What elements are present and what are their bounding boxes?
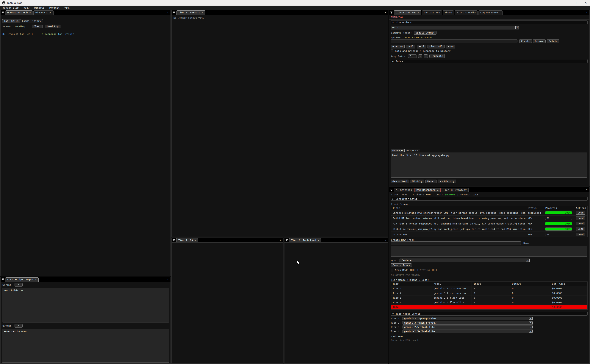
rename-button[interactable]: Rename	[533, 39, 546, 43]
output-expand-button[interactable]: [+]	[14, 324, 23, 328]
keep-pairs-minus-button[interactable]: -	[418, 54, 422, 58]
tab-log-management[interactable]: Log Management	[478, 10, 503, 15]
panel-menu-icon[interactable]	[390, 11, 393, 14]
table-row[interactable]: Fix Tier 3 worker responses not reaching…	[391, 221, 587, 226]
script-expand-button[interactable]: [+]	[14, 283, 23, 287]
panel-close-icon[interactable]: ✕	[280, 239, 282, 241]
minimize-button[interactable]: —	[564, 0, 573, 6]
tab-response[interactable]: Response	[405, 149, 420, 152]
tab-theme[interactable]: Theme	[443, 10, 454, 15]
tab-operations-hub[interactable]: Operations Hub✕	[5, 10, 33, 15]
discussion-select[interactable]: main ▼	[391, 26, 519, 29]
tier2-model-select[interactable]: gemini-3-flash-preview▼	[402, 321, 533, 325]
track-name-input[interactable]	[391, 241, 521, 245]
panel-menu-icon[interactable]	[2, 11, 4, 14]
tab-close-icon[interactable]: ✕	[437, 189, 439, 191]
to-history-button[interactable]: -> History	[438, 180, 456, 183]
md-only-button[interactable]: MD Only	[410, 180, 424, 183]
menu-project[interactable]: Project	[49, 6, 60, 9]
tab-close-icon[interactable]: ✕	[418, 11, 419, 14]
panel-menu-icon[interactable]	[390, 189, 393, 191]
mma-dashboard-panel: AI Settings MMA Dashboard✕ Tier 1: Strat…	[389, 187, 590, 364]
create-track-button[interactable]: Create Track	[391, 263, 412, 267]
panel-close-icon[interactable]: ✕	[385, 11, 386, 14]
menu-view[interactable]: View	[24, 6, 29, 9]
tab-tier4-qa[interactable]: Tier 4: QA✕	[176, 238, 198, 242]
maximize-button[interactable]: ▢	[573, 0, 581, 6]
panel-menu-icon[interactable]	[2, 278, 4, 281]
type-select[interactable]: feature▼	[400, 259, 530, 262]
tab-close-icon[interactable]: ✕	[202, 11, 203, 14]
close-button[interactable]: ✕	[581, 0, 590, 6]
panel-close-icon[interactable]: ✕	[167, 11, 169, 14]
usage-row: Tier 4 gemini-2.5-flash-lite 0 0 $0.0000	[391, 300, 587, 305]
conductor-setup-header[interactable]: ▶ Conductor Setup	[391, 197, 588, 201]
create-button[interactable]: Create	[519, 39, 532, 43]
table-row[interactable]: UX_SIM_TEST NEW 0% Load	[391, 232, 587, 237]
panel-menu-icon[interactable]	[173, 239, 175, 241]
mma-tabbar: AI Settings MMA Dashboard✕ Tier 1: Strat…	[389, 187, 590, 192]
track-description-textarea[interactable]	[391, 246, 587, 257]
expand-all-button[interactable]: +All	[417, 45, 426, 48]
load-button[interactable]: Load	[576, 233, 585, 236]
menu-windows[interactable]: Windows	[34, 6, 44, 9]
tab-context-hub[interactable]: Context Hub	[422, 10, 442, 15]
script-textarea[interactable]: Get-ChildItem	[2, 288, 169, 322]
tab-tool-calls[interactable]: Tool Calls	[2, 19, 20, 23]
tab-close-icon[interactable]: ✕	[29, 11, 31, 14]
tab-tier1-strategy[interactable]: Tier 1: Strategy	[441, 188, 469, 192]
tab-last-script-output[interactable]: Last Script Output✕	[5, 277, 39, 282]
load-button[interactable]: Load	[576, 211, 585, 214]
update-commit-button[interactable]: Update Commit	[414, 31, 436, 35]
tab-close-icon[interactable]: ✕	[318, 239, 319, 242]
autoadd-checkbox[interactable]	[391, 50, 393, 52]
discussions-section-header[interactable]: ▼ Discussions	[391, 20, 588, 24]
gen-send-button[interactable]: Gen + Send	[391, 180, 409, 183]
tier4-model-select[interactable]: gemini-2.5-flash-lite▼	[402, 330, 533, 333]
message-textarea[interactable]: Read the first 10 lines of aggregate.py.	[391, 153, 587, 177]
tab-files-media[interactable]: Files & Media	[455, 10, 478, 15]
roles-section-header[interactable]: ▶ Roles	[391, 59, 588, 63]
clear-button[interactable]: Clear	[32, 25, 43, 28]
delete-button[interactable]: Delete	[547, 39, 559, 43]
reset-button[interactable]: Reset	[425, 180, 436, 183]
step-mode-checkbox[interactable]	[391, 269, 393, 271]
output-textarea[interactable]: REJECTED by user	[2, 329, 169, 363]
tier1-model-select[interactable]: gemini-3.1-pro-preview▼	[402, 317, 533, 320]
add-entry-button[interactable]: + Entry	[391, 45, 405, 48]
load-button[interactable]: Load	[576, 222, 585, 225]
tier-model-config-header[interactable]: ▼ Tier Model Config	[391, 312, 588, 316]
load-button[interactable]: Load	[576, 227, 585, 231]
tab-diagnostics[interactable]: Diagnostics	[34, 10, 54, 15]
clear-all-button[interactable]: Clear All	[428, 45, 444, 48]
tab-close-icon[interactable]: ✕	[194, 239, 196, 242]
panel-menu-icon[interactable]	[286, 239, 288, 241]
table-row[interactable]: Enhance existing MMA orchestration GUI: …	[391, 210, 587, 215]
panel-close-icon[interactable]: ✕	[385, 239, 386, 241]
panel-close-icon[interactable]: ✕	[167, 278, 169, 281]
tab-close-icon[interactable]: ✕	[35, 278, 37, 281]
panel-close-icon[interactable]: ✕	[586, 11, 588, 14]
panel-close-icon[interactable]: ✕	[586, 188, 588, 191]
load-log-button[interactable]: Load Log	[45, 25, 60, 28]
tab-comms-history[interactable]: Comms History	[20, 19, 43, 23]
menu-manual-slop[interactable]: manual slop	[3, 6, 19, 9]
keep-pairs-input[interactable]: 2	[408, 54, 417, 58]
tab-discussion-hub[interactable]: Discussion Hub✕	[394, 10, 421, 15]
save-button[interactable]: Save	[446, 45, 455, 48]
tab-tier2-tech-lead[interactable]: Tier 2: Tech Lead✕	[289, 238, 321, 242]
table-row[interactable]: Stabilize visual_sim_mma_v2.py and mock_…	[391, 226, 587, 232]
truncate-button[interactable]: Truncate	[429, 54, 445, 58]
collapse-all-button[interactable]: -All	[406, 45, 416, 48]
keep-pairs-plus-button[interactable]: +	[424, 54, 428, 58]
tab-message[interactable]: Message	[391, 149, 405, 152]
discussion-name-input[interactable]	[391, 39, 517, 43]
menu-view-2[interactable]: View	[64, 6, 70, 9]
tab-tier3-workers[interactable]: Tier 3: Workers✕	[176, 10, 205, 15]
table-row[interactable]: Build UI for context window utilization,…	[391, 215, 587, 221]
load-button[interactable]: Load	[576, 216, 585, 220]
panel-menu-icon[interactable]	[173, 11, 175, 14]
tab-ai-settings[interactable]: AI Settings	[394, 188, 414, 192]
tab-mma-dashboard[interactable]: MMA Dashboard✕	[415, 188, 441, 192]
tier3-model-select[interactable]: gemini-2.5-flash-lite▼	[402, 325, 533, 329]
